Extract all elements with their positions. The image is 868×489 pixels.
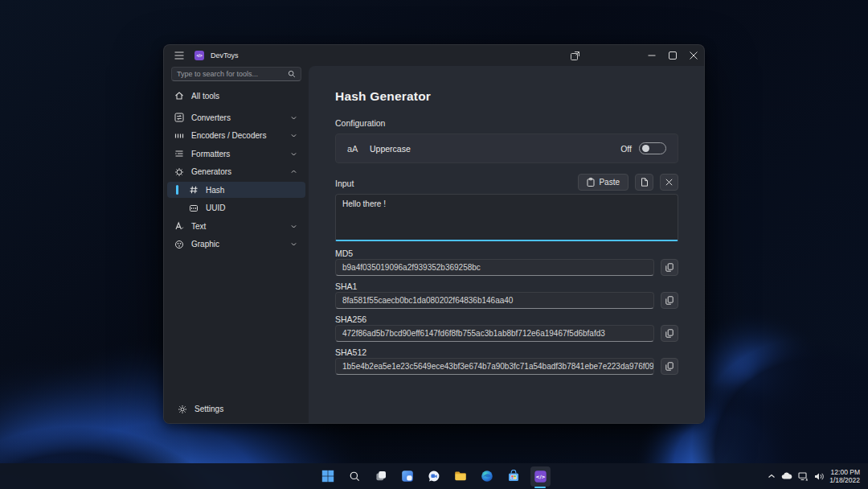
search-icon[interactable] <box>288 70 296 78</box>
hash-label: SHA512 <box>335 347 678 358</box>
minimize-button[interactable] <box>641 45 662 66</box>
hash-label: MD5 <box>335 249 678 259</box>
copy-icon <box>665 263 674 272</box>
app-title: DevToys <box>211 51 239 60</box>
input-actions: Paste <box>578 174 678 191</box>
devtoys-window: </> DevToys Type to search for to <box>163 44 705 424</box>
folder-icon <box>454 470 467 483</box>
edge-icon <box>481 470 493 483</box>
sidebar-item-hash[interactable]: Hash <box>167 182 305 198</box>
sha256-output-field[interactable]: 472f86ad5b7bcd90eff6147fd6f8fb755ac3b1ab… <box>335 325 654 342</box>
hash-input-textarea[interactable]: Hello there ! <box>335 194 678 241</box>
store-icon <box>507 470 520 483</box>
taskbar-clock[interactable]: 12:00 PM 1/18/2022 <box>829 468 863 484</box>
chevron-down-icon <box>290 240 298 249</box>
sidebar-item-label: Hash <box>206 186 224 195</box>
sidebar: Type to search for tools... All tools <box>164 66 309 423</box>
converters-icon <box>174 113 184 122</box>
toggle-knob <box>642 145 649 152</box>
sidebar-item-uuid[interactable]: UUID <box>167 200 305 216</box>
sidebar-item-encoders-decoders[interactable]: Encoders / Decoders <box>167 128 305 144</box>
sidebar-item-label: Converters <box>191 113 231 122</box>
devtoys-taskbar-button[interactable]: </> <box>530 466 551 487</box>
sidebar-item-converters[interactable]: Converters <box>167 109 305 125</box>
system-tray: 12:00 PM 1/18/2022 <box>768 463 863 489</box>
show-hidden-icons-chevron[interactable] <box>768 473 776 479</box>
md5-output-field[interactable]: b9a4f035019096a2f939352b369258bc <box>335 259 654 276</box>
copy-icon <box>665 362 674 371</box>
sidebar-item-label: All tools <box>191 92 219 101</box>
clock-time: 12:00 PM <box>829 468 860 476</box>
search-input[interactable]: Type to search for tools... <box>171 67 301 81</box>
sidebar-item-formatters[interactable]: Formatters <box>167 146 305 162</box>
home-icon <box>174 91 184 101</box>
taskbar-search-button[interactable] <box>345 466 365 487</box>
widgets-button[interactable] <box>398 466 418 487</box>
teams-chat-button[interactable] <box>424 466 444 487</box>
chat-icon <box>428 470 440 483</box>
input-header: Input Paste <box>335 174 678 191</box>
clock-date: 1/18/2022 <box>829 476 860 484</box>
text-tools-icon <box>174 221 184 231</box>
edge-button[interactable] <box>477 466 497 487</box>
formatters-icon <box>174 149 184 158</box>
sidebar-item-text[interactable]: Text <box>167 218 305 234</box>
maximize-button[interactable] <box>662 45 683 66</box>
onedrive-cloud-icon[interactable] <box>781 472 792 480</box>
task-view-icon <box>375 470 387 483</box>
case-icon: aA <box>347 144 363 154</box>
microsoft-store-button[interactable] <box>504 466 524 487</box>
devtoys-logo-icon: </> <box>194 51 204 60</box>
copy-sha1-button[interactable] <box>661 292 678 309</box>
uppercase-toggle[interactable] <box>639 142 666 154</box>
sidebar-item-graphic[interactable]: Graphic <box>167 236 305 253</box>
devtoys-icon: </> <box>534 470 547 483</box>
gear-icon <box>178 405 187 414</box>
hamburger-menu-icon[interactable] <box>174 50 185 61</box>
uppercase-setting-card: aA Uppercase Off <box>335 134 678 163</box>
generators-icon <box>174 167 184 177</box>
sidebar-item-label: UUID <box>206 203 225 212</box>
copy-icon <box>665 296 674 305</box>
search-placeholder: Type to search for tools... <box>177 70 288 78</box>
main-content: Hash Generator Configuration aA Uppercas… <box>309 66 704 423</box>
volume-icon[interactable] <box>814 472 824 481</box>
hash-group-md5: MD5 b9a4f035019096a2f939352b369258bc <box>335 249 678 276</box>
sidebar-item-all-tools[interactable]: All tools <box>167 88 305 104</box>
encoders-icon <box>174 131 184 141</box>
sha1-output-field[interactable]: 8fa581f55caecb0bc1da080202f64836b146aa40 <box>335 292 654 309</box>
taskbar-icons: </> <box>318 466 551 487</box>
copy-md5-button[interactable] <box>661 259 678 276</box>
start-button[interactable] <box>318 466 338 487</box>
windows-logo-icon <box>321 470 334 483</box>
chevron-down-icon <box>290 150 298 158</box>
graphic-tools-icon <box>174 240 184 249</box>
close-button[interactable] <box>683 45 704 66</box>
taskbar: </> 12:00 PM 1/18/2022 <box>0 463 868 489</box>
task-view-button[interactable] <box>371 466 391 487</box>
sidebar-item-label: Encoders / Decoders <box>191 131 266 140</box>
clear-input-button[interactable] <box>660 174 678 191</box>
chevron-up-icon <box>290 168 298 176</box>
configuration-label: Configuration <box>335 118 678 128</box>
open-file-button[interactable] <box>635 174 653 191</box>
file-icon <box>641 178 649 187</box>
compact-overlay-icon[interactable] <box>564 45 585 66</box>
paste-button-label: Paste <box>599 178 620 187</box>
input-label: Input <box>335 179 354 191</box>
hash-group-sha1: SHA1 8fa581f55caecb0bc1da080202f64836b14… <box>335 281 678 309</box>
file-explorer-button[interactable] <box>451 466 471 487</box>
sha512-output-field[interactable]: 1b5e4b2ea5e1e23c5649ece43bf3e674b7a90b3f… <box>335 358 654 375</box>
sidebar-item-generators[interactable]: Generators <box>167 164 305 180</box>
copy-sha256-button[interactable] <box>661 325 678 342</box>
sidebar-item-label: Graphic <box>191 240 219 249</box>
sidebar-item-label: Settings <box>194 405 223 413</box>
paste-button[interactable]: Paste <box>578 174 628 191</box>
chevron-down-icon <box>290 132 298 140</box>
network-icon[interactable] <box>798 472 809 481</box>
copy-sha512-button[interactable] <box>661 358 678 375</box>
sidebar-item-settings[interactable]: Settings <box>170 401 302 417</box>
search-icon <box>349 471 361 483</box>
copy-icon <box>665 329 674 338</box>
hash-icon <box>189 185 199 195</box>
